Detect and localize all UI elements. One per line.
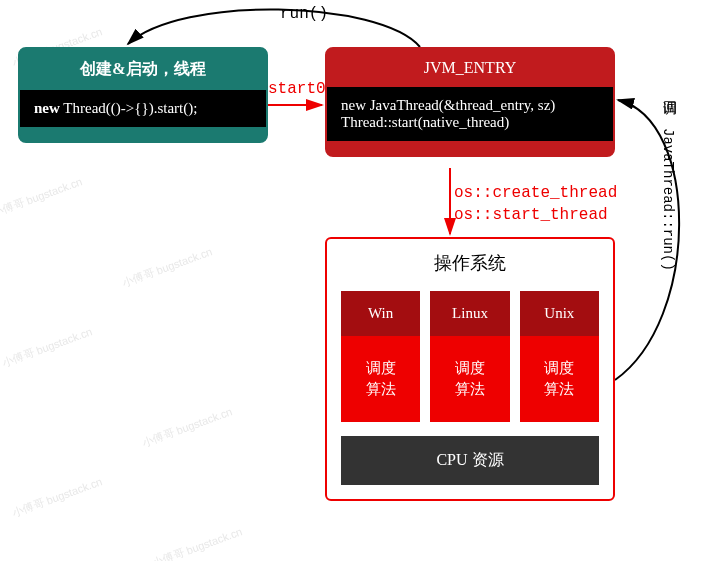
os-col-win: Win 调度算法 xyxy=(341,291,420,422)
jvm-entry-title: JVM_ENTRY xyxy=(327,49,613,87)
create-thread-code: new Thread(()->{}).start(); xyxy=(20,90,266,127)
code-keyword: new xyxy=(34,100,60,116)
watermark: 小傅哥 bugstack.cn xyxy=(140,404,234,451)
start0-label: start0 xyxy=(268,80,326,98)
os-col-linux-body: 调度算法 xyxy=(430,336,509,422)
os-col-unix-hdr: Unix xyxy=(520,291,599,336)
callback-label-2: JavaThread::run() xyxy=(660,128,676,271)
jvm-entry-box: JVM_ENTRY new JavaThread(&thread_entry, … xyxy=(325,47,615,157)
jvm-entry-code: new JavaThread(&thread_entry, sz) Thread… xyxy=(327,87,613,141)
watermark: 小傅哥 bugstack.cn xyxy=(120,244,214,291)
watermark: 小傅哥 bugstack.cn xyxy=(638,547,720,561)
watermark: 小傅哥 bugstack.cn xyxy=(10,474,104,521)
create-thread-title: 创建&启动，线程 xyxy=(20,49,266,90)
watermark: 小傅哥 bugstack.cn xyxy=(0,324,94,371)
code-line2: Thread::start(native_thread) xyxy=(341,114,599,131)
os-col-win-body: 调度算法 xyxy=(341,336,420,422)
os-col-win-hdr: Win xyxy=(341,291,420,336)
os-col-unix-body: 调度算法 xyxy=(520,336,599,422)
os-create-label: os::create_thread xyxy=(454,184,617,202)
code-rest: Thread(()->{}).start(); xyxy=(60,100,198,116)
os-title: 操作系统 xyxy=(327,239,613,291)
watermark: 小傅哥 bugstack.cn xyxy=(150,524,244,561)
watermark: 小傅哥 bugstack.cn xyxy=(0,174,84,221)
run-label: run() xyxy=(280,5,328,23)
code-line1: new JavaThread(&thread_entry, sz) xyxy=(341,97,599,114)
os-col-linux-hdr: Linux xyxy=(430,291,509,336)
os-start-label: os::start_thread xyxy=(454,206,608,224)
os-box: 操作系统 Win 调度算法 Linux 调度算法 Unix 调度算法 CPU 资… xyxy=(325,237,615,501)
os-col-linux: Linux 调度算法 xyxy=(430,291,509,422)
arrow-run xyxy=(128,9,420,47)
os-col-unix: Unix 调度算法 xyxy=(520,291,599,422)
os-columns: Win 调度算法 Linux 调度算法 Unix 调度算法 xyxy=(327,291,613,422)
cpu-resource: CPU 资源 xyxy=(341,436,599,485)
create-thread-box: 创建&启动，线程 new Thread(()->{}).start(); xyxy=(18,47,268,143)
